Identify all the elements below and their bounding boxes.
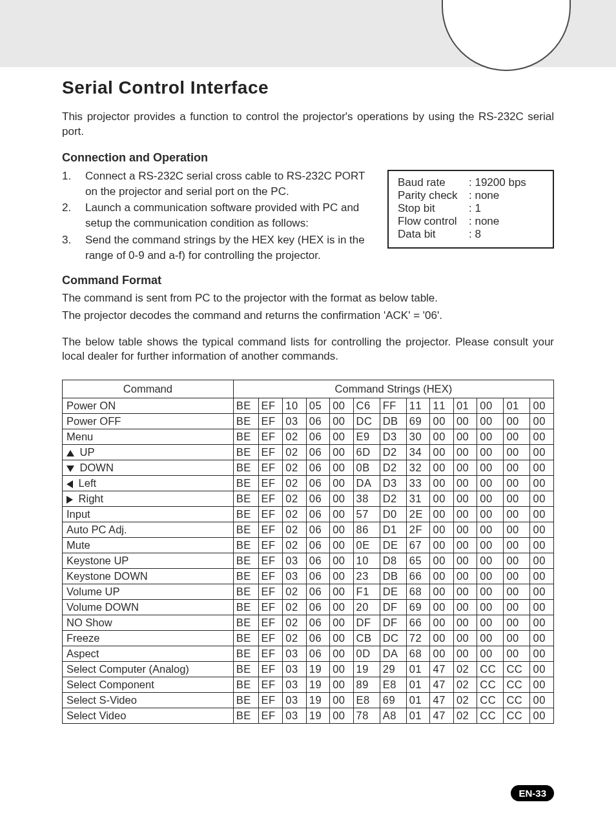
hex-cell: 00 bbox=[330, 507, 353, 522]
hex-cell: 00 bbox=[330, 708, 353, 724]
hex-cell: 00 bbox=[453, 507, 477, 522]
hex-cell: 19 bbox=[353, 662, 380, 677]
hex-cell: 66 bbox=[406, 615, 430, 631]
hex-cell: 47 bbox=[430, 708, 453, 724]
hex-cell: 00 bbox=[330, 600, 353, 615]
hex-cell: C6 bbox=[353, 398, 380, 414]
command-label-cell: Mute bbox=[63, 538, 234, 553]
hex-cell: 23 bbox=[353, 569, 380, 584]
table-row: DOWNBEEF0206000BD2320000000000 bbox=[63, 460, 554, 476]
hex-cell: 00 bbox=[430, 615, 453, 631]
hex-cell: 01 bbox=[406, 708, 430, 724]
table-row: Select VideoBEEF03190078A8014702CCCC00 bbox=[63, 708, 554, 724]
hex-cell: BE bbox=[233, 507, 258, 522]
hex-cell: 00 bbox=[330, 584, 353, 600]
hex-cell: CC bbox=[477, 708, 504, 724]
hex-cell: BE bbox=[233, 693, 258, 708]
hex-cell: 00 bbox=[330, 445, 353, 460]
step-item: 3.Send the command strings by the HEX ke… bbox=[62, 232, 376, 263]
hex-cell: EF bbox=[258, 491, 283, 507]
hex-cell: 06 bbox=[306, 507, 329, 522]
hex-cell: EF bbox=[258, 646, 283, 662]
hex-cell: 00 bbox=[477, 476, 504, 491]
hex-cell: 00 bbox=[504, 646, 530, 662]
hex-cell: 00 bbox=[453, 445, 477, 460]
hex-cell: CC bbox=[477, 693, 504, 708]
hex-cell: 00 bbox=[504, 491, 530, 507]
hex-cell: 0D bbox=[353, 646, 380, 662]
hex-cell: 00 bbox=[530, 429, 554, 445]
hex-cell: 00 bbox=[330, 476, 353, 491]
hex-cell: 06 bbox=[306, 476, 329, 491]
hex-cell: 01 bbox=[406, 677, 430, 693]
intro-paragraph: This projector provides a function to co… bbox=[62, 110, 554, 139]
hex-cell: 00 bbox=[530, 507, 554, 522]
hex-cell: 00 bbox=[530, 569, 554, 584]
table-row: FreezeBEEF020600CBDC720000000000 bbox=[63, 631, 554, 646]
command-label-cell: Input bbox=[63, 507, 234, 522]
hex-cell: 38 bbox=[353, 491, 380, 507]
hex-cell: CC bbox=[504, 677, 530, 693]
hex-cell: D2 bbox=[380, 491, 406, 507]
hex-cell: 29 bbox=[380, 662, 406, 677]
hex-cell: 02 bbox=[283, 445, 306, 460]
hex-cell: BE bbox=[233, 584, 258, 600]
hex-cell: 06 bbox=[306, 491, 329, 507]
hex-cell: 02 bbox=[453, 677, 477, 693]
hex-cell: 00 bbox=[477, 522, 504, 538]
hex-cell: 06 bbox=[306, 445, 329, 460]
command-label-cell: Auto PC Adj. bbox=[63, 522, 234, 538]
hex-cell: 2E bbox=[406, 507, 430, 522]
hex-cell: 33 bbox=[406, 476, 430, 491]
hex-cell: 00 bbox=[530, 553, 554, 569]
hex-cell: DE bbox=[380, 538, 406, 553]
table-row: Volume UPBEEF020600F1DE680000000000 bbox=[63, 584, 554, 600]
hex-cell: E9 bbox=[353, 429, 380, 445]
hex-cell: BE bbox=[233, 662, 258, 677]
hex-cell: 69 bbox=[406, 600, 430, 615]
comm-param-label: Baud rate bbox=[398, 176, 469, 189]
hex-cell: D3 bbox=[380, 476, 406, 491]
hex-cell: BE bbox=[233, 708, 258, 724]
command-label-text: Volume UP bbox=[67, 586, 120, 597]
hex-cell: 31 bbox=[406, 491, 430, 507]
command-label-cell: Power ON bbox=[63, 398, 234, 414]
hex-cell: 32 bbox=[406, 460, 430, 476]
hex-cell: D0 bbox=[380, 507, 406, 522]
hex-cell: DC bbox=[380, 631, 406, 646]
comm-param-value: none bbox=[469, 215, 499, 228]
hex-cell: CC bbox=[504, 708, 530, 724]
hex-cell: 00 bbox=[430, 646, 453, 662]
hex-cell: BE bbox=[233, 615, 258, 631]
table-row: AspectBEEF0306000DDA680000000000 bbox=[63, 646, 554, 662]
step-number: 2. bbox=[62, 200, 85, 231]
header-band bbox=[0, 0, 616, 67]
hex-cell: EF bbox=[258, 429, 283, 445]
down-icon bbox=[67, 466, 74, 472]
hex-cell: 06 bbox=[306, 584, 329, 600]
table-row: UPBEEF0206006DD2340000000000 bbox=[63, 445, 554, 460]
hex-cell: 00 bbox=[477, 553, 504, 569]
hex-cell: 00 bbox=[530, 491, 554, 507]
hex-cell: 00 bbox=[430, 476, 453, 491]
hex-cell: DC bbox=[353, 414, 380, 429]
hex-cell: EF bbox=[258, 553, 283, 569]
table-row: Select S-VideoBEEF031900E869014702CCCC00 bbox=[63, 693, 554, 708]
hex-cell: 86 bbox=[353, 522, 380, 538]
hex-cell: 00 bbox=[330, 646, 353, 662]
step-item: 2.Launch a communication software provid… bbox=[62, 200, 376, 231]
table-row: Select ComponentBEEF03190089E8014702CCCC… bbox=[63, 677, 554, 693]
section-command-title: Command Format bbox=[62, 274, 554, 287]
hex-cell: 00 bbox=[330, 414, 353, 429]
hex-cell: 00 bbox=[477, 445, 504, 460]
hex-cell: 00 bbox=[430, 429, 453, 445]
hex-cell: EF bbox=[258, 708, 283, 724]
hex-cell: 00 bbox=[453, 646, 477, 662]
hex-cell: 00 bbox=[430, 569, 453, 584]
hex-cell: 00 bbox=[430, 507, 453, 522]
hex-cell: 00 bbox=[530, 445, 554, 460]
hex-cell: BE bbox=[233, 646, 258, 662]
hex-cell: 11 bbox=[406, 398, 430, 414]
hex-cell: 03 bbox=[283, 662, 306, 677]
hex-cell: BE bbox=[233, 398, 258, 414]
